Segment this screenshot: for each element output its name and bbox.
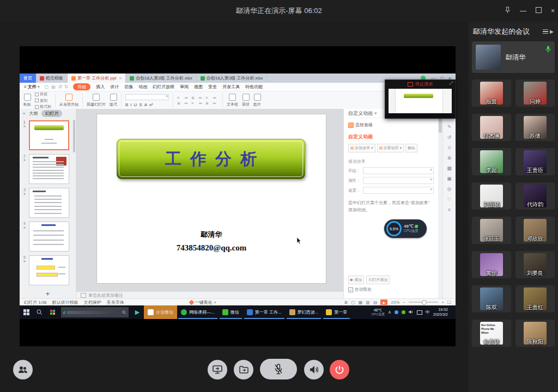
- leave-meeting-button[interactable]: [330, 360, 349, 379]
- layout-list-icon[interactable]: [543, 29, 548, 34]
- slide-thumbnail[interactable]: [29, 222, 69, 252]
- auto-preview-checkbox[interactable]: ✓自动预览: [348, 287, 371, 292]
- quick-access-icons[interactable]: ▢▤↺↻: [45, 84, 69, 89]
- pane-menu-caret[interactable]: ▾: [374, 111, 377, 116]
- ribbon-button[interactable]: 从当前开始: [59, 94, 78, 107]
- font-family-select[interactable]: [125, 94, 169, 100]
- tab-close-icon[interactable]: ×: [119, 76, 122, 81]
- participant-tile[interactable]: 代诗韵: [515, 182, 555, 210]
- share-screen-button[interactable]: [208, 360, 227, 379]
- view-notes-icon[interactable]: ▤: [373, 300, 378, 305]
- format-button[interactable]: x²: [149, 102, 153, 107]
- minimize-button[interactable]: —: [520, 7, 526, 15]
- ribbon-mini-button[interactable]: 剪切: [35, 91, 51, 97]
- menu-item[interactable]: 视图: [194, 84, 203, 90]
- host-tile[interactable]: 鄢清华: [472, 41, 555, 73]
- collapse-sidebar-icon[interactable]: ▶: [550, 29, 554, 34]
- document-tab[interactable]: 合创18人第2组 工作分析.xlsx: [126, 74, 197, 83]
- notes-bar[interactable]: 单击此处添加备注: [76, 291, 343, 298]
- panel-scrollbar[interactable]: [73, 120, 75, 152]
- microphone-button[interactable]: [260, 359, 297, 379]
- slideshow-button[interactable]: ▶: [380, 299, 387, 305]
- format-button[interactable]: A: [144, 102, 147, 107]
- taskbar-app-wechat[interactable]: 微信: [219, 305, 243, 319]
- participant-tile[interactable]: 刘晏良: [515, 251, 555, 278]
- tab-outline[interactable]: 大纲: [29, 111, 38, 117]
- menu-item[interactable]: 特色功能: [245, 84, 263, 90]
- menu-item[interactable]: 安全: [208, 84, 217, 90]
- layout-icon[interactable]: ▣: [447, 176, 452, 181]
- delete-button[interactable]: 删除: [405, 144, 417, 152]
- paragraph-button[interactable]: ≣: [205, 101, 211, 106]
- cortana-icon[interactable]: [46, 305, 59, 319]
- start-button[interactable]: [20, 305, 33, 319]
- participant-tile[interactable]: 邓欣欣: [515, 217, 555, 244]
- slide-thumbnail[interactable]: [29, 154, 69, 184]
- tab-slides[interactable]: 幻灯片: [41, 110, 62, 117]
- menu-item[interactable]: 插入: [96, 84, 105, 90]
- video-app-icon[interactable]: ▶: [131, 305, 144, 319]
- participant-tile[interactable]: 张廷玉: [472, 217, 511, 244]
- format-button[interactable]: B: [125, 102, 128, 107]
- participant-tile[interactable]: Not Online. Phone Me When俞燕钦: [472, 320, 511, 347]
- ribbon-button[interactable]: 版式: [110, 94, 117, 107]
- set-animation-button[interactable]: 设置动画▾: [377, 144, 404, 152]
- ribbon-button[interactable]: 粘贴: [23, 94, 31, 107]
- expand-icon[interactable]: ⤢: [450, 81, 453, 86]
- ribbon-mini-button[interactable]: 复制: [35, 98, 51, 103]
- participant-tile[interactable]: 陈秋阳: [515, 320, 555, 347]
- close-button[interactable]: ×: [551, 7, 555, 15]
- view-sorter-icon[interactable]: ▦: [359, 300, 363, 305]
- emoji-icon[interactable]: ☺: [447, 145, 452, 150]
- ribbon-button[interactable]: 图片: [253, 94, 261, 107]
- menu-item[interactable]: 动画: [138, 84, 147, 90]
- participant-tile[interactable]: 王贵红: [515, 285, 555, 313]
- participant-tile[interactable]: 付杰琳: [472, 114, 511, 141]
- pin-icon[interactable]: [505, 7, 511, 15]
- slide-thumbnail[interactable]: [29, 255, 69, 285]
- tray-expand-icon[interactable]: ∧: [388, 310, 391, 315]
- play-button[interactable]: ▶播放: [348, 275, 364, 284]
- view-normal-icon[interactable]: ≣: [344, 300, 348, 305]
- format-button[interactable]: I: [130, 102, 131, 107]
- participants-button[interactable]: [13, 360, 33, 379]
- ribbon-button[interactable]: 形状: [242, 94, 250, 107]
- network-icon[interactable]: [417, 310, 422, 315]
- browser-search-box[interactable]: e: [61, 307, 129, 317]
- paragraph-button[interactable]: ≣: [177, 101, 183, 106]
- ribbon-button[interactable]: 文本框: [227, 94, 238, 107]
- beautify-button[interactable]: 一键美化▾: [190, 299, 216, 305]
- zoom-slider[interactable]: [409, 302, 438, 303]
- tray-app-icon-blue[interactable]: [395, 310, 398, 314]
- stop-presenting-label[interactable]: 停止演示: [415, 81, 433, 87]
- paragraph-button[interactable]: ≔: [213, 96, 219, 100]
- zoom-in-button[interactable]: +: [441, 300, 444, 305]
- select-pane-button[interactable]: 选择窗格: [348, 122, 434, 128]
- field-dropdown[interactable]: [363, 187, 434, 194]
- field-dropdown[interactable]: [363, 177, 434, 184]
- slide-thumbnail[interactable]: [29, 120, 69, 150]
- list-icon[interactable]: ≡: [448, 207, 451, 212]
- history-icon[interactable]: ↺: [447, 134, 452, 140]
- paragraph-button[interactable]: ≡: [177, 96, 183, 100]
- taskbar-app-game[interactable]: 梦幻西游...: [286, 305, 323, 319]
- participant-tile[interactable]: 王贵臣: [515, 148, 555, 175]
- taskbar-app-wxwork[interactable]: 企业微信: [144, 305, 177, 319]
- panel-collapse-icon[interactable]: «: [23, 111, 25, 116]
- taskbar-app-folder[interactable]: 第一章: [322, 305, 351, 319]
- taskbar-app-doc[interactable]: 第一章 工作...: [243, 305, 286, 319]
- file-menu[interactable]: ≡ 文件 ▾: [24, 84, 40, 90]
- clock-icon[interactable]: ◎: [447, 186, 452, 192]
- document-tab[interactable]: 稻壳模板: [36, 74, 68, 83]
- taskbar-clock[interactable]: 19:02 2020/3/2: [433, 308, 448, 317]
- missing-font-label[interactable]: 丢失字体: [107, 299, 124, 305]
- volume-icon[interactable]: [409, 310, 414, 315]
- paragraph-button[interactable]: ≕: [213, 101, 219, 106]
- add-slide-button[interactable]: +: [20, 290, 76, 298]
- tray-app-icon-green[interactable]: [402, 310, 405, 314]
- doc-protect-label[interactable]: 文档保护: [84, 299, 101, 305]
- pane-scrollbar[interactable]: [438, 109, 442, 298]
- menu-item[interactable]: 切换: [124, 84, 133, 90]
- paragraph-button[interactable]: ≡: [191, 101, 197, 106]
- participant-tile[interactable]: 陈双: [472, 285, 511, 313]
